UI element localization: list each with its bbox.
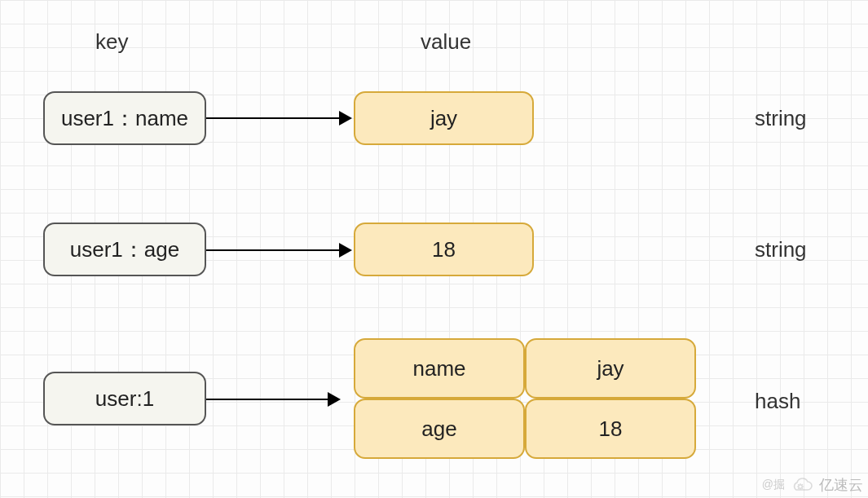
- hash-cell-field-0: name: [354, 338, 525, 399]
- type-label-row1: string: [755, 106, 807, 131]
- type-label-row2: string: [755, 237, 807, 262]
- arrow-row1: [206, 117, 350, 119]
- watermark-brand: 亿速云: [819, 475, 863, 495]
- svg-point-0: [799, 485, 803, 489]
- key-box-row1: user1：name: [43, 91, 206, 145]
- cloud-icon: [790, 477, 814, 493]
- hash-cell-val-1: 18: [525, 399, 696, 459]
- arrow-row2: [206, 249, 350, 251]
- key-box-hash: user:1: [43, 372, 206, 425]
- value-box-row1: jay: [354, 91, 534, 145]
- key-box-row2: user1：age: [43, 223, 206, 276]
- arrow-hash: [206, 399, 339, 400]
- value-box-row2: 18: [354, 223, 534, 276]
- watermark-small: @掘: [762, 478, 785, 492]
- column-header-value: value: [421, 29, 471, 55]
- diagram-canvas: key value user1：name jay string user1：ag…: [0, 0, 868, 498]
- type-label-hash: hash: [755, 389, 800, 414]
- hash-cell-field-1: age: [354, 399, 525, 459]
- watermark: @掘 亿速云: [762, 475, 863, 495]
- column-header-key: key: [95, 29, 128, 55]
- hash-cell-val-0: jay: [525, 338, 696, 399]
